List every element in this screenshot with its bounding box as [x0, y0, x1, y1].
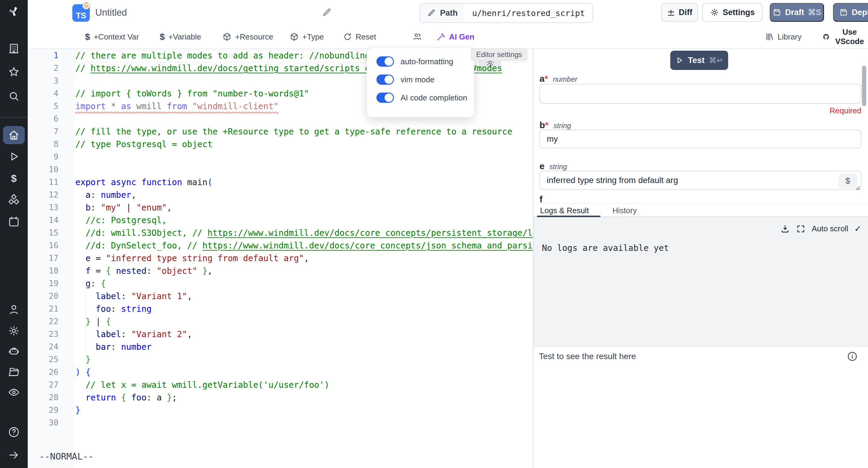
editor-setting-row: vim mode: [376, 75, 474, 85]
indent-guide: [86, 293, 86, 372]
logs-panel: Auto scroll ✓ No logs are available yet: [533, 217, 868, 346]
line-number: 23: [28, 329, 59, 342]
result-panel: Test to see the result here: [533, 346, 868, 468]
library-button[interactable]: Library: [763, 25, 803, 48]
code-line[interactable]: ) {: [75, 367, 91, 380]
deploy-button[interactable]: Deploy: [833, 3, 868, 22]
tab-logs-and-result[interactable]: Logs & Result: [540, 206, 589, 215]
help-question-icon[interactable]: [7, 425, 21, 439]
field-e-input[interactable]: inferred type string from default arg: [539, 171, 861, 190]
add-variable-button[interactable]: $ +Variable: [158, 25, 203, 48]
textarea-resize-grip[interactable]: [854, 184, 860, 191]
sidebar-item-resources-cubes-icon[interactable]: [7, 193, 21, 207]
line-number: 15: [28, 228, 59, 241]
field-f-label-clipped: f: [539, 194, 569, 203]
favorites-star-icon[interactable]: [7, 65, 21, 79]
code-line[interactable]: label: "Variant 1",: [75, 291, 192, 304]
top-header: TS Untitled Path u/henri/restored_script…: [28, 0, 868, 25]
settings-button[interactable]: Settings: [702, 3, 763, 22]
result-placeholder-text: Test to see the result here: [539, 352, 636, 361]
library-books-icon: [765, 32, 774, 41]
line-number: 7: [28, 127, 59, 139]
code-line[interactable]: a: number,: [75, 190, 136, 203]
code-line[interactable]: }: [75, 355, 91, 367]
sidebar-item-runs-play-icon[interactable]: [7, 150, 21, 164]
add-type-button[interactable]: +Type: [288, 25, 326, 48]
sidebar-item-settings-gear-icon[interactable]: [7, 324, 21, 338]
code-line[interactable]: b: "my" | "enum",: [75, 203, 172, 215]
code-line[interactable]: label: "Variant 2",: [75, 329, 192, 342]
setting-toggle-on[interactable]: [376, 56, 394, 67]
code-line[interactable]: return { foo: a };: [75, 392, 177, 405]
diff-plusminus-icon: ±: [667, 7, 675, 17]
lang-badge-label: TS: [76, 11, 87, 21]
use-vscode-button[interactable]: Use VScode: [821, 25, 868, 48]
github-cat-icon: [823, 32, 830, 41]
code-line[interactable]: // import { toWords } from "number-to-wo…: [75, 89, 309, 101]
download-logs-icon[interactable]: [780, 224, 790, 234]
tab-history[interactable]: History: [613, 206, 637, 215]
draft-button[interactable]: Draft ⌘S: [770, 3, 824, 22]
draft-shortcut: ⌘S: [808, 7, 821, 17]
code-line[interactable]: g: {: [75, 279, 106, 291]
collaborators-people-icon[interactable]: [413, 25, 422, 48]
code-line[interactable]: foo: string: [75, 304, 152, 317]
script-path-field[interactable]: Path u/henri/restored_script: [420, 3, 593, 23]
field-b-input[interactable]: my: [539, 130, 861, 148]
code-line[interactable]: // fill the type, or use the +Resource t…: [75, 127, 513, 139]
sidebar-item-audit-eye-icon[interactable]: [7, 385, 21, 399]
code-line[interactable]: // type Postgresql = object: [75, 139, 213, 152]
setting-toggle-on[interactable]: [376, 75, 394, 85]
search-icon[interactable]: [7, 89, 21, 103]
line-number: 20: [28, 291, 59, 304]
editor-settings-tooltip: Editor settings: [471, 48, 527, 61]
code-line[interactable]: //c: Postgresql,: [75, 215, 167, 228]
setting-toggle-on[interactable]: [376, 93, 394, 103]
path-value[interactable]: u/henri/restored_script: [464, 4, 593, 22]
line-number: 10: [28, 165, 59, 177]
path-pencil-icon: [427, 8, 436, 18]
editor-setting-row: auto-formatting: [376, 56, 474, 67]
reset-refresh-icon: [343, 32, 352, 41]
diff-button[interactable]: ± Diff: [661, 3, 698, 22]
save-draft-floppy-icon: [772, 8, 781, 17]
auto-scroll-checkmark-icon[interactable]: ✓: [855, 224, 861, 234]
package-icon: [290, 32, 299, 41]
edit-title-pencil-icon[interactable]: [321, 7, 332, 19]
toggle-knob: [384, 76, 393, 84]
code-line[interactable]: // let x = await wmill.getVariable('u/us…: [75, 380, 330, 392]
sidebar-expand-arrow-icon[interactable]: [7, 448, 21, 462]
code-line[interactable]: } | {: [75, 317, 111, 329]
field-a-required-error: Required: [741, 106, 861, 116]
code-line[interactable]: export async function main(: [75, 177, 213, 190]
field-a-input[interactable]: [539, 84, 861, 104]
line-number: 21: [28, 304, 59, 317]
sidebar-item-variables-dollar-icon[interactable]: $: [7, 171, 21, 185]
code-line[interactable]: bar: number: [75, 342, 152, 355]
code-line[interactable]: //d: wmill.S3Object, // https://www.wind…: [75, 228, 533, 241]
auto-scroll-label[interactable]: Auto scroll: [812, 224, 848, 233]
workspace-building-icon[interactable]: [7, 41, 21, 56]
sidebar-item-workers-robot-icon[interactable]: [7, 344, 21, 358]
info-icon[interactable]: [847, 351, 858, 362]
test-button[interactable]: Test ⌘↵: [670, 51, 728, 70]
add-context-var-button[interactable]: $ +Context Var: [83, 25, 141, 48]
code-line[interactable]: //d: DynSelect_foo, // https://www.windm…: [75, 241, 533, 253]
ai-gen-button[interactable]: AI Gen: [435, 25, 476, 48]
code-line[interactable]: // there are multiple modes to add as he…: [75, 51, 370, 63]
form-scrollbar-thumb[interactable]: [862, 66, 866, 106]
sidebar-item-folders-folder-icon[interactable]: [7, 365, 21, 379]
windmill-logo-icon[interactable]: [7, 4, 21, 18]
add-resource-button[interactable]: +Resource: [221, 25, 275, 48]
line-number: 14: [28, 215, 59, 228]
sidebar-item-users-person-icon[interactable]: [7, 303, 21, 317]
setting-label: auto-formatting: [401, 57, 453, 66]
sidebar-item-home[interactable]: [3, 126, 25, 144]
code-line[interactable]: import * as wmill from "windmill-client": [75, 101, 278, 114]
reset-button[interactable]: Reset: [341, 25, 378, 48]
code-line[interactable]: }: [75, 405, 81, 418]
code-line[interactable]: e = "inferred type string from default a…: [75, 253, 309, 266]
code-line[interactable]: f = { nested: "object" },: [75, 266, 213, 279]
expand-logs-icon[interactable]: [796, 224, 806, 234]
sidebar-item-schedules-calendar-icon[interactable]: [7, 215, 21, 229]
